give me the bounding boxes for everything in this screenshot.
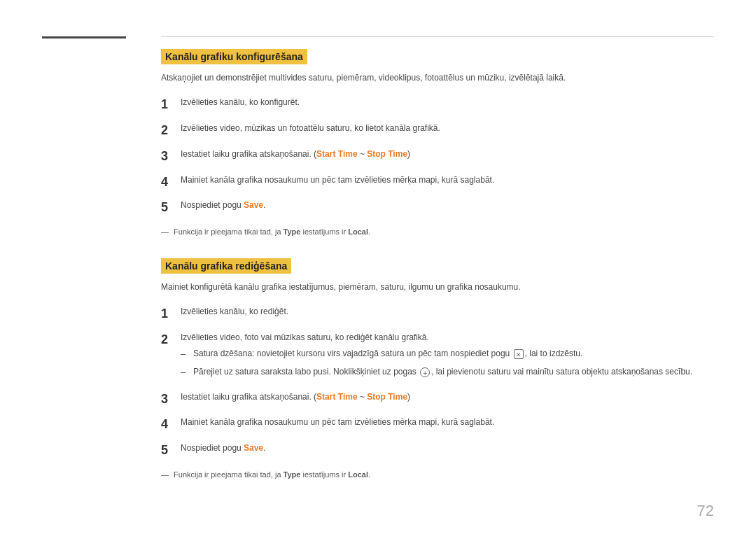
sub-dash: –: [181, 365, 193, 380]
note-text: Funkcija ir pieejama tikai tad, ja Type …: [174, 227, 370, 236]
step-text: Nospiediet pogu Save.: [181, 442, 714, 455]
type-bold: Type: [284, 227, 301, 236]
section2-step2: 2 Izvēlieties video, foto vai mūzikas sa…: [161, 331, 714, 384]
section2-step4: 4 Mainiet kanāla grafika nosaukumu un pē…: [161, 416, 714, 435]
section2-step1: 1 Izvēlieties kanālu, ko rediģēt.: [161, 305, 714, 324]
section2-step3: 3 Iestatiet laiku grafika atskaņošanai. …: [161, 391, 714, 409]
step-number: 1: [161, 94, 181, 115]
plus-icon: +: [420, 367, 430, 377]
step-number: 4: [161, 172, 181, 192]
step-text: Iestatiet laiku grafika atskaņošanai. (S…: [181, 148, 714, 161]
step-number: 1: [161, 304, 181, 324]
step-number: 5: [161, 197, 181, 218]
sub-step-text: Satura dzēšana: novietojiet kursoru virs…: [193, 347, 582, 360]
left-bar-decoration: [42, 36, 126, 38]
save-link: Save: [244, 200, 263, 210]
save-link2: Save: [244, 443, 263, 453]
sub-step1: – Satura dzēšana: novietojiet kursoru vi…: [181, 347, 714, 362]
step-text: Mainiet kanāla grafika nosaukumu un pēc …: [181, 174, 714, 187]
section2-description: Mainiet konfigurētā kanālu grafika iesta…: [161, 281, 714, 294]
local-bold: Local: [348, 227, 368, 236]
main-content: Kanālu grafiku konfigurēšana Atskaņojiet…: [161, 49, 714, 506]
sub-steps: – Satura dzēšana: novietojiet kursoru vi…: [181, 347, 714, 380]
step-number: 3: [161, 389, 181, 409]
section1-description: Atskaņojiet un demonstrējiet multivides …: [161, 71, 714, 85]
section2-steps: 1 Izvēlieties kanālu, ko rediģēt. 2 Izvē…: [161, 305, 714, 461]
start-time-link: Start Time: [316, 149, 357, 159]
section1-step5: 5 Nospiediet pogu Save.: [161, 199, 714, 218]
step-text: Izvēlieties video, mūzikas un fotoattēlu…: [181, 122, 714, 135]
section1-title: Kanālu grafiku konfigurēšana: [161, 49, 307, 64]
step-text: Izvēlieties kanālu, ko rediģēt.: [181, 305, 714, 318]
sub-step2: – Pārejiet uz satura saraksta labo pusi.…: [181, 365, 714, 380]
step-number: 2: [161, 120, 181, 141]
page-container: Kanālu grafiku konfigurēšana Atskaņojiet…: [0, 0, 756, 534]
step-number: 4: [161, 414, 181, 435]
delete-icon: ✕: [514, 349, 524, 359]
section1-steps: 1 Izvēlieties kanālu, ko konfigurēt. 2 I…: [161, 96, 714, 218]
step-number: 2: [161, 330, 181, 350]
section1-note: Funkcija ir pieejama tikai tad, ja Type …: [161, 226, 714, 239]
sub-dash: –: [181, 347, 193, 362]
section2-title: Kanālu grafika rediģēšana: [161, 258, 291, 274]
step-text: Mainiet kanāla grafika nosaukumu un pēc …: [181, 416, 714, 429]
step-text: Iestatiet laiku grafika atskaņošanai. (S…: [181, 391, 714, 404]
step-text: Nospiediet pogu Save.: [181, 199, 714, 212]
section2-note: Funkcija ir pieejama tikai tad, ja Type …: [161, 469, 714, 482]
section2-step5: 5 Nospiediet pogu Save.: [161, 442, 714, 461]
step-number: 5: [161, 440, 181, 461]
start-time-link2: Start Time: [316, 392, 357, 402]
section1: Kanālu grafiku konfigurēšana Atskaņojiet…: [161, 49, 714, 239]
local-bold2: Local: [348, 470, 368, 479]
page-number: 72: [697, 502, 714, 520]
stop-time-link2: Stop Time: [367, 392, 407, 402]
note-text: Funkcija ir pieejama tikai tad, ja Type …: [174, 470, 370, 479]
section1-step1: 1 Izvēlieties kanālu, ko konfigurēt.: [161, 96, 714, 115]
section2: Kanālu grafika rediģēšana Mainiet konfig…: [161, 258, 714, 482]
section1-step4: 4 Mainiet kanāla grafika nosaukumu un pē…: [161, 174, 714, 192]
section1-step2: 2 Izvēlieties video, mūzikas un fotoattē…: [161, 122, 714, 141]
step-text: Izvēlieties kanālu, ko konfigurēt.: [181, 96, 714, 109]
sub-step-text: Pārejiet uz satura saraksta labo pusi. N…: [193, 365, 692, 379]
stop-time-link: Stop Time: [367, 149, 407, 159]
step-number: 3: [161, 146, 181, 167]
type-bold2: Type: [284, 470, 301, 479]
section1-step3: 3 Iestatiet laiku grafika atskaņošanai. …: [161, 148, 714, 167]
step-text: Izvēlieties video, foto vai mūzikas satu…: [181, 331, 714, 384]
top-line-decoration: [161, 36, 714, 37]
